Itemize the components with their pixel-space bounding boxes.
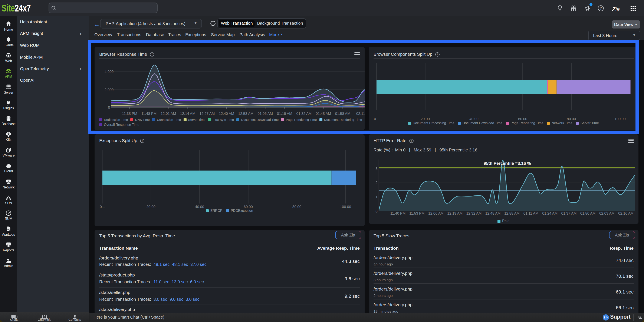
svg-text:?: ? [600, 6, 602, 10]
svg-text:60.00: 60.00 [244, 205, 252, 209]
svg-text:3: 3 [375, 166, 377, 170]
svg-text:2: 2 [375, 180, 377, 185]
svg-text:40.00: 40.00 [195, 205, 204, 209]
svg-text:95th Percentile =3.16 %: 95th Percentile =3.16 % [484, 161, 531, 165]
svg-text:20.00: 20.00 [146, 205, 156, 209]
svg-text:Zia: Zia [612, 6, 620, 12]
svg-text:1: 1 [375, 195, 377, 199]
svg-text:100.00: 100.00 [340, 205, 351, 209]
svg-text:0...: 0... [100, 205, 105, 209]
svg-text:0: 0 [375, 209, 377, 213]
svg-text:80.00: 80.00 [292, 205, 301, 209]
